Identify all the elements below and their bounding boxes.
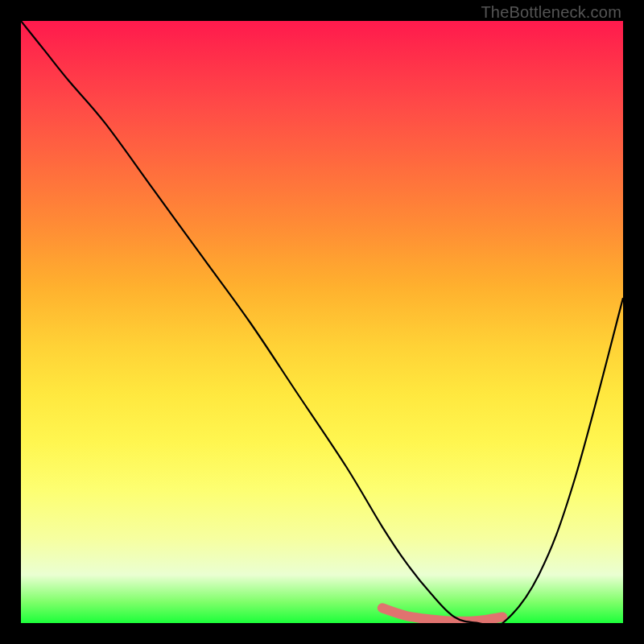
attribution-label: TheBottleneck.com — [481, 3, 621, 22]
chart-frame: TheBottleneck.com — [0, 0, 644, 644]
chart-plot-area — [21, 21, 623, 623]
